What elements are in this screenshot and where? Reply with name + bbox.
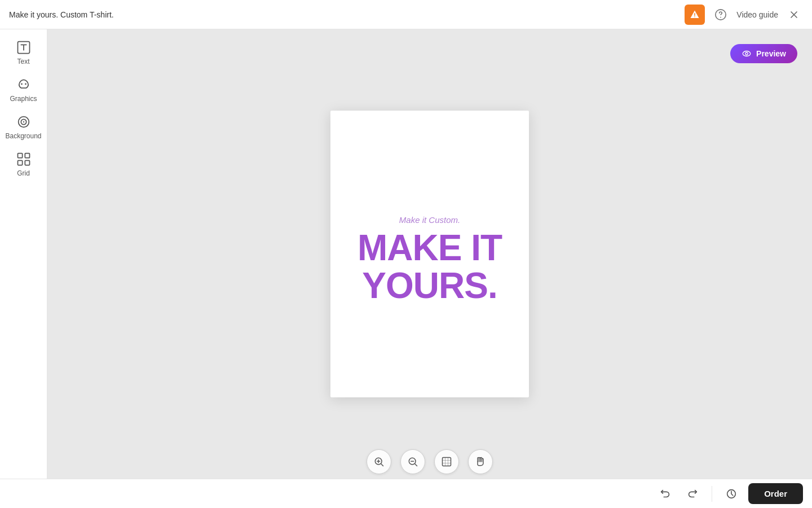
undo-button[interactable]: [655, 484, 676, 504]
svg-rect-12: [25, 160, 29, 165]
svg-point-8: [23, 121, 24, 122]
svg-point-2: [720, 16, 721, 17]
sidebar-item-graphics[interactable]: Graphics: [1, 71, 46, 108]
close-icon: [788, 9, 800, 20]
sidebar-text-label: Text: [17, 58, 29, 65]
svg-rect-11: [17, 160, 22, 165]
svg-point-13: [743, 51, 751, 56]
canvas-card[interactable]: Make it Custom. MAKE ITYOURS.: [330, 111, 529, 397]
close-button[interactable]: [785, 6, 803, 24]
header-right: Video guide: [685, 5, 803, 25]
history-button[interactable]: [721, 484, 742, 504]
footer: Order: [0, 479, 812, 508]
help-button[interactable]: [712, 6, 730, 24]
svg-rect-10: [25, 154, 29, 158]
fit-button[interactable]: [434, 449, 459, 474]
order-label: Order: [764, 489, 787, 498]
fit-icon: [441, 456, 452, 467]
redo-button[interactable]: [682, 484, 703, 504]
history-icon: [725, 488, 738, 500]
header: Make it yours. Custom T-shirt. Video gui…: [0, 0, 812, 29]
sidebar-item-background[interactable]: Background: [1, 108, 46, 146]
sidebar: Text Graphics Background Grid: [0, 29, 47, 479]
text-icon: [16, 40, 32, 55]
preview-label: Preview: [756, 49, 786, 58]
sidebar-grid-label: Grid: [17, 169, 30, 177]
undo-icon: [659, 488, 672, 500]
zoom-controls: [47, 445, 812, 479]
footer-divider: [712, 486, 712, 502]
alert-button[interactable]: [685, 5, 705, 25]
order-button[interactable]: Order: [748, 483, 803, 504]
sidebar-item-grid[interactable]: Grid: [1, 146, 46, 183]
svg-point-0: [695, 16, 696, 17]
svg-point-5: [25, 83, 27, 85]
help-icon: [714, 8, 727, 21]
canvas-subtitle: Make it Custom.: [399, 215, 460, 225]
grid-icon: [16, 151, 32, 167]
zoom-in-button[interactable]: [367, 449, 391, 474]
svg-point-14: [745, 52, 748, 55]
redo-icon: [686, 488, 699, 500]
preview-button[interactable]: Preview: [730, 44, 797, 63]
sidebar-graphics-label: Graphics: [10, 95, 37, 103]
zoom-out-icon: [407, 456, 418, 467]
pan-icon: [475, 456, 486, 467]
svg-rect-9: [17, 154, 22, 158]
main-canvas-area: Preview Make it Custom. MAKE ITYOURS.: [47, 29, 812, 479]
canvas-title: MAKE ITYOURS.: [339, 229, 520, 305]
graphics-icon: [16, 77, 32, 93]
eye-icon: [742, 49, 752, 59]
sidebar-background-label: Background: [5, 132, 41, 140]
svg-point-4: [21, 83, 23, 85]
video-guide-button[interactable]: Video guide: [736, 10, 778, 19]
header-title: Make it yours. Custom T-shirt.: [9, 10, 114, 19]
video-guide-label: Video guide: [736, 10, 778, 19]
svg-rect-17: [443, 458, 451, 466]
sidebar-item-text[interactable]: Text: [1, 34, 46, 71]
zoom-out-button[interactable]: [400, 449, 425, 474]
zoom-in-icon: [373, 456, 385, 467]
pan-button[interactable]: [468, 449, 493, 474]
background-icon: [16, 114, 32, 130]
alert-icon: [690, 10, 700, 20]
